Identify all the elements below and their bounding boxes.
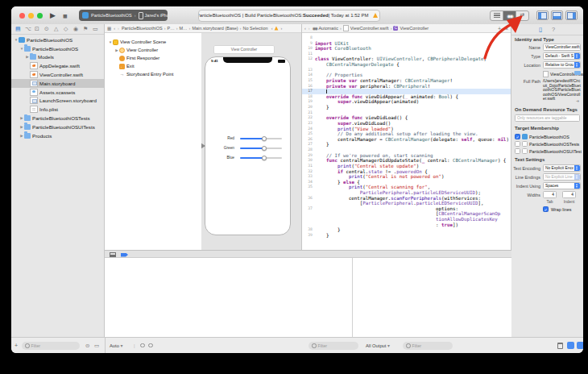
code-line[interactable]: 25 // Do any additional setup after load… <box>302 131 511 137</box>
breadcrumb-item[interactable]: No Selection <box>242 26 267 31</box>
code-line[interactable]: 20 } <box>302 105 511 110</box>
variables-view[interactable] <box>105 258 353 337</box>
location-dropdown[interactable]: Relative to Group <box>543 61 581 69</box>
recent-files-filter-icon[interactable]: ⊙ <box>85 338 89 353</box>
code-line[interactable]: 12class ViewController: UIViewController… <box>302 56 511 62</box>
code-line[interactable]: 32 if central.state != .poweredOn { <box>302 169 511 175</box>
membership-checkbox[interactable] <box>515 141 520 147</box>
zoom-window-button[interactable] <box>37 13 43 19</box>
standard-editor-button[interactable] <box>490 10 503 21</box>
navigator-tab-issue-navigator[interactable]: △ <box>54 25 58 33</box>
warning-badge[interactable]: 4 <box>373 13 380 18</box>
odr-tags-field[interactable]: Only resources are taggable <box>515 114 580 122</box>
code-line[interactable]: 10import CoreBluetooth <box>302 46 511 52</box>
code-line[interactable]: 24 print("View loaded") <box>302 127 511 132</box>
issue-forward-icon[interactable]: › <box>280 26 282 31</box>
code-line[interactable]: 8 <box>302 35 511 41</box>
add-file-button[interactable]: + <box>14 338 18 353</box>
outline-row[interactable]: ←Exit <box>105 62 201 70</box>
add-assistant-icon[interactable]: + <box>498 26 501 31</box>
scheme-selector[interactable]: ParticleBluetoothiOS › Jared's iPhone <box>79 10 168 21</box>
reveal-path-icon[interactable]: ➔ <box>576 98 579 103</box>
slider-thumb[interactable] <box>262 156 267 160</box>
type-dropdown[interactable]: Default - Swift Source <box>543 52 581 60</box>
variables-pane-toggle-icon[interactable] <box>567 342 574 349</box>
slider-track-filled[interactable] <box>240 157 264 159</box>
file-row[interactable]: ▶Models <box>11 53 104 62</box>
code-line[interactable]: 37 options: <box>302 206 511 212</box>
slider-track-filled[interactable] <box>240 148 264 149</box>
toggle-navigator-button[interactable] <box>536 10 549 20</box>
code-line[interactable]: 33 print("Central is not powered on") <box>302 174 511 180</box>
issue-back-icon[interactable]: ‹ <box>271 26 273 31</box>
file-row[interactable]: LaunchScreen.storyboard <box>11 97 104 106</box>
assistant-editor-button[interactable]: ◉◉ <box>503 10 516 21</box>
breakpoints-toggle-icon[interactable] <box>121 253 128 257</box>
forward-icon[interactable]: › <box>308 26 310 31</box>
file-row[interactable]: ▶ParticleBluetoothiOSUITests <box>11 123 104 131</box>
navigator-tab-source-control-navigator[interactable]: ⌥ <box>25 25 31 33</box>
name-field[interactable]: ViewController.swift <box>543 44 581 51</box>
code-line[interactable]: 28 <box>302 148 511 153</box>
file-row[interactable]: Info.plist <box>11 105 104 114</box>
code-line[interactable]: 14 // Properties <box>302 73 511 78</box>
navigator-tab-find-navigator[interactable]: ⊙ <box>44 25 49 33</box>
code-line[interactable]: 36 centralManager.scanForPeripherals(wit… <box>302 196 511 202</box>
jumpbar-file[interactable]: ViewController.swift <box>350 26 389 31</box>
minimize-window-button[interactable] <box>28 13 34 19</box>
code-line[interactable]: 30 func centralManagerDidUpdateState(_ c… <box>302 158 511 164</box>
navigator-tab-debug-navigator[interactable]: ◉ <box>73 25 78 33</box>
breadcrumb-item[interactable]: P… <box>167 26 174 31</box>
code-line[interactable]: 35 print("Central scanning for", <box>302 185 511 190</box>
navigator-tab-test-navigator[interactable]: ◇ <box>64 25 68 33</box>
code-line[interactable]: ParticlePeripheral.particleLEDServiceUUI… <box>302 190 511 196</box>
file-row[interactable]: ▼ParticleBluetoothiOS <box>11 35 104 44</box>
slider-thumb[interactable] <box>262 136 267 141</box>
navigator-tab-symbol-navigator[interactable]: ⊡ <box>35 25 39 33</box>
view-controller-title[interactable]: View Controller <box>214 46 274 53</box>
navigator-tab-report-navigator[interactable]: ▭ <box>93 25 98 33</box>
code-line[interactable]: 34 } else { <box>302 180 511 185</box>
close-window-button[interactable] <box>19 13 25 19</box>
code-line[interactable]: 23 super.viewDidLoad() <box>302 121 511 127</box>
code-line[interactable]: 27 } <box>302 142 511 148</box>
text-encoding-dropdown[interactable]: No Explicit Encoding <box>543 164 581 172</box>
file-row[interactable]: AppDelegate.swift <box>11 61 104 70</box>
stop-button[interactable]: ◼ <box>63 10 68 22</box>
code-line[interactable]: tionAllowDuplicatesKey <box>302 217 511 222</box>
back-icon[interactable]: ‹ <box>304 26 306 31</box>
forward-icon[interactable]: › <box>118 26 119 31</box>
navigator-tab-breakpoint-navigator[interactable]: ⚑ <box>83 25 88 33</box>
slider-thumb[interactable] <box>262 146 267 151</box>
run-button[interactable]: ▶ <box>50 10 56 21</box>
file-row[interactable]: ▶Products <box>11 131 104 140</box>
code-line[interactable]: 15 private var centralManager: CBCentral… <box>302 78 511 84</box>
debug-layout-toggles[interactable] <box>565 338 583 353</box>
code-line[interactable]: 13 <box>302 68 511 73</box>
navigator-filter-input[interactable]: Filter <box>22 342 80 350</box>
jumpbar-warning-icon[interactable] <box>275 27 279 31</box>
breadcrumb-item[interactable]: Main.storyboard (Base) <box>192 26 238 31</box>
line-endings-dropdown[interactable]: No Explicit Line Endings <box>543 173 581 181</box>
file-row[interactable]: ▼ParticleBluetoothiOS <box>11 44 104 53</box>
file-row[interactable]: ViewController.swift <box>11 70 104 79</box>
show-types-icon[interactable] <box>148 338 153 353</box>
outline-row[interactable]: ▼View Controller Scene <box>105 38 201 46</box>
quick-help-tab[interactable]: ? <box>552 26 555 33</box>
code-line[interactable]: 19 super.viewDidAppear(animated) <box>302 99 511 105</box>
slider-track-filled[interactable] <box>240 138 264 139</box>
file-row[interactable]: Main.storyboard <box>11 79 104 88</box>
breadcrumb[interactable]: ParticleBluetoothiOS›P…›M…›Main.storyboa… <box>122 26 268 31</box>
slider-track-empty[interactable] <box>264 157 282 159</box>
code-line[interactable]: : true]) <box>302 222 511 228</box>
code-line[interactable]: 16 private var peripheral: CBPeripheral! <box>302 84 511 89</box>
code-line[interactable]: 22 override func viewDidLoad() { <box>302 115 511 121</box>
iphone-preview[interactable]: 9:41 RedGreenBlue <box>205 56 291 235</box>
jumpbar-symbol[interactable]: ViewController <box>400 26 429 31</box>
toggle-debug-area-button[interactable] <box>551 10 563 20</box>
indent-using-dropdown[interactable]: Spaces <box>543 182 581 189</box>
flatten-recursion-icon[interactable] <box>140 338 145 353</box>
code-line[interactable]: 17 <box>302 89 511 94</box>
toggle-inspector-button[interactable] <box>565 10 578 20</box>
membership-checkbox[interactable]: ✓ <box>515 134 520 139</box>
